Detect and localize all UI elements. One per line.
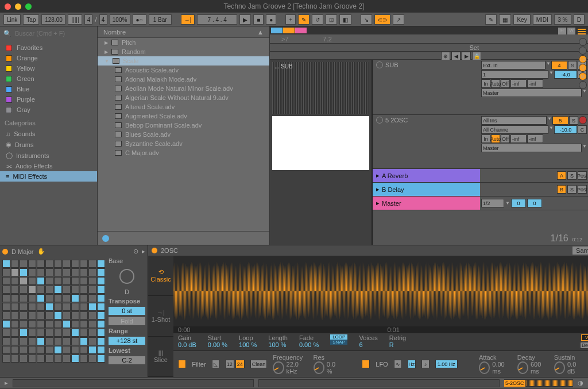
file-item[interactable]: C Major.adv [98,148,269,157]
folder-pitch[interactable]: ▶Pitch [98,38,269,47]
filter-toggle[interactable] [178,360,186,368]
play-icon[interactable]: ▸ [376,199,380,207]
sig-denominator[interactable]: 4 [99,14,107,25]
bar-selector[interactable]: 1 Bar [149,14,172,25]
file-header[interactable]: Nombre ▲ [98,26,269,38]
voices-value[interactable]: 6 [359,341,377,348]
category-sounds[interactable]: ♫Sounds [0,129,97,139]
track-header-osc[interactable]: 5 2OSC [373,115,480,169]
mixer-m-toggle[interactable]: M [579,72,587,80]
return-toggle[interactable] [579,47,587,55]
clip-lane[interactable]: ... SUB 1/16 0:12 [270,60,372,245]
sustain-knob[interactable] [554,361,565,374]
midi-clip-osc[interactable] [272,116,369,170]
device-save-icon[interactable]: ⊙ [133,248,138,255]
track-header-master[interactable]: ▸Master [373,197,480,210]
fold-button[interactable]: Fold [109,317,145,325]
file-item[interactable]: Byzantine Scale.adv [98,139,269,148]
return-r-toggle[interactable]: R [579,64,587,72]
collection-yellow[interactable]: Yellow [5,63,92,74]
file-item[interactable]: Aeolian Mode Natural Minor Scale.adv [98,84,269,93]
mode-oneshot[interactable]: →|1-Shot [148,296,173,336]
locator-next-icon[interactable]: ▶ [462,52,471,60]
collection-blue[interactable]: Blue [5,84,92,94]
arm-record-icon[interactable] [579,116,587,124]
play-icon[interactable]: ▸ [376,186,380,193]
metronome-icon[interactable]: ●○ [133,14,146,25]
track-header-sub[interactable]: SUB [373,60,480,115]
mode-slice[interactable]: |||Slice [148,337,173,377]
record-icon[interactable]: ● [266,14,276,25]
collection-purple[interactable]: Purple [5,94,92,105]
play-icon[interactable]: ▸ [376,172,380,179]
fold-icon[interactable] [376,61,383,68]
collection-gray[interactable]: Gray [5,105,92,115]
loop-toggle[interactable]: LOOP [330,334,347,340]
timeline-ruler[interactable]: >7 7.2 [270,34,588,44]
freq-knob[interactable] [273,361,284,374]
hot-swap-icon[interactable]: ✋ [37,248,45,255]
snap-toggle[interactable]: SNAP [330,340,347,345]
quantize-zoom[interactable]: 100% [110,14,130,25]
delay-toggle[interactable] [579,81,587,89]
close-icon[interactable] [5,3,11,10]
scale-grid[interactable] [2,260,105,363]
category-midi-effects[interactable]: ≡MIDI Effects [0,171,97,182]
device-on-icon[interactable] [2,249,8,255]
preview-icon[interactable] [102,235,109,242]
collection-orange[interactable]: Orange [5,53,92,63]
capture-icon[interactable]: ◧ [339,14,351,25]
loop-end-icon[interactable]: ↗ [393,14,404,25]
attack-knob[interactable] [479,361,490,374]
waveform-display[interactable] [173,256,588,326]
collection-green[interactable]: Green [5,74,92,84]
file-item[interactable]: Algerian Scale Without Natural 9.adv [98,93,269,102]
position-display[interactable]: 7 . 4 . 4 [197,14,237,25]
category-audio-effects[interactable]: ⫘Audio Effects [0,161,97,171]
gain-value[interactable]: 0.0 dB [178,341,196,348]
loop-start-icon[interactable]: ↘ [361,14,372,25]
overview-strip[interactable]: H W [270,26,588,34]
session-record-icon[interactable]: ⊡ [326,14,337,25]
draw-icon[interactable]: ✎ [485,14,497,25]
stop-icon[interactable]: ■ [253,14,264,25]
audio-clip-sub[interactable]: ... SUB [272,62,369,114]
minimize-icon[interactable] [15,3,21,10]
filter-type[interactable]: Clean [250,360,268,368]
automation-arm-icon[interactable]: ✎ [298,14,310,25]
lfo-shape[interactable]: ∿ [394,360,402,368]
computer-midi-icon[interactable]: ▦ [499,14,511,25]
header-h[interactable]: H [558,28,566,34]
collection-favorites[interactable]: Favorites [5,43,92,53]
sort-icon[interactable]: ▲ [257,29,264,36]
mixer-toggle[interactable]: I-O [579,55,587,63]
key-map-button[interactable]: Key [513,14,530,25]
base-knob[interactable] [119,269,134,284]
file-item[interactable]: Altered Scale.adv [98,102,269,111]
lowest-value[interactable]: C-2 [109,356,145,364]
retrig-value[interactable]: R [389,341,406,348]
detail-toggle-icon[interactable]: ◑ [578,379,583,387]
start-value[interactable]: 0.00 % [208,341,227,348]
decay-knob[interactable] [517,361,528,374]
link-button[interactable]: Link [3,14,21,25]
category-instruments[interactable]: ◯Instruments [0,150,97,161]
info-icon[interactable]: ▸ [5,379,8,387]
metronome-lines-icon[interactable]: ||||| [68,14,82,25]
header-w[interactable]: W [567,28,575,34]
mode-classic[interactable]: ⟲Classic [148,256,173,296]
io-toggle[interactable] [579,38,587,46]
transpose-value[interactable]: 0 st [109,307,145,315]
zoom-icon[interactable] [25,3,32,10]
loop-icon[interactable]: ⊂⊃ [374,14,390,25]
file-item[interactable]: Augmented Scale.adv [98,111,269,121]
file-item[interactable]: Blues Scale.adv [98,130,269,139]
length-value[interactable]: 100 % [268,341,288,348]
folder-random[interactable]: ▶Random [98,47,269,56]
lfo-sync-icon[interactable]: ♪ [421,360,430,368]
clip-slot[interactable]: 5-2OSC [504,379,573,387]
track-header-delay[interactable]: ▸B Delay [373,183,480,197]
file-item[interactable]: Bebop Dominant Scale.adv [98,121,269,130]
fold-icon[interactable] [376,117,383,124]
play-icon[interactable]: ▶ [239,14,251,25]
